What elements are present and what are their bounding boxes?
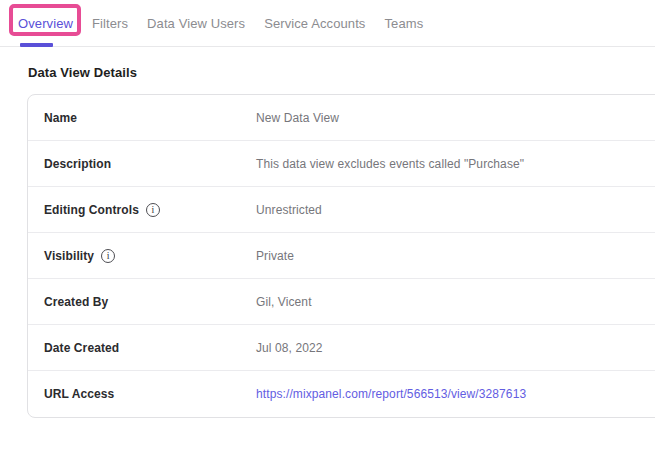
tab-teams[interactable]: Teams — [384, 16, 423, 31]
row-label-text: Description — [44, 157, 111, 171]
row-label: Visibility i — [28, 249, 256, 263]
tab-data-view-users[interactable]: Data View Users — [147, 16, 245, 31]
info-icon[interactable]: i — [101, 249, 115, 263]
row-label-text: Date Created — [44, 341, 119, 355]
table-row-name: Name New Data View — [28, 95, 655, 141]
row-value: Gil, Vicent — [256, 295, 312, 309]
data-view-details-card: Name New Data View Description This data… — [27, 94, 655, 418]
active-tab-underline — [20, 43, 53, 47]
row-label: Date Created — [28, 341, 256, 355]
row-label-text: Name — [44, 111, 77, 125]
table-row-visibility: Visibility i Private — [28, 233, 655, 279]
row-label-text: Editing Controls — [44, 203, 139, 217]
tab-service-accounts[interactable]: Service Accounts — [264, 16, 365, 31]
row-value: Jul 08, 2022 — [256, 341, 323, 355]
tab-bar: Overview Filters Data View Users Service… — [0, 0, 655, 47]
page-title: Data View Details — [28, 65, 655, 80]
table-row-editing-controls: Editing Controls i Unrestricted — [28, 187, 655, 233]
table-row-description: Description This data view excludes even… — [28, 141, 655, 187]
tab-overview[interactable]: Overview — [18, 16, 73, 31]
row-label: Created By — [28, 295, 256, 309]
row-label: Description — [28, 157, 256, 171]
row-value: Private — [256, 249, 294, 263]
row-label-text: URL Access — [44, 387, 114, 401]
tab-filters[interactable]: Filters — [92, 16, 128, 31]
row-label: Name — [28, 111, 256, 125]
data-view-url-link[interactable]: https://mixpanel.com/report/566513/view/… — [256, 387, 526, 401]
table-row-created-by: Created By Gil, Vicent — [28, 279, 655, 325]
row-label-text: Visibility — [44, 249, 94, 263]
info-icon[interactable]: i — [146, 203, 160, 217]
table-row-url-access: URL Access https://mixpanel.com/report/5… — [28, 371, 655, 417]
row-label-text: Created By — [44, 295, 108, 309]
row-value: This data view excludes events called "P… — [256, 157, 524, 171]
row-label: Editing Controls i — [28, 203, 256, 217]
table-row-date-created: Date Created Jul 08, 2022 — [28, 325, 655, 371]
row-value: Unrestricted — [256, 203, 322, 217]
row-label: URL Access — [28, 387, 256, 401]
row-value: New Data View — [256, 111, 339, 125]
